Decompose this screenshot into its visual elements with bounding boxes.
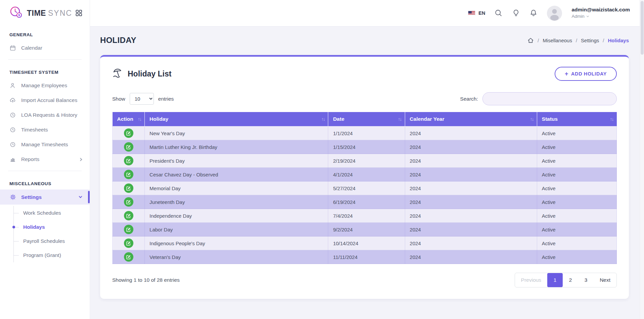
show-label: Show (112, 96, 125, 102)
vertical-scrollbar[interactable] (640, 0, 644, 319)
status-cell: Active (537, 223, 616, 236)
date-cell: 7/4/2024 (328, 209, 405, 223)
status-cell: Active (537, 209, 616, 223)
table-row: Juneteenth Day 6/19/2024 2024 Active (113, 195, 617, 209)
timesync-clock-logo-icon: $ (9, 5, 24, 21)
holiday-cell: Martin Luther King Jr. Birthday (145, 140, 328, 154)
language-selector[interactable]: EN (468, 10, 485, 16)
status-cell: Active (537, 195, 616, 209)
edit-holiday-button[interactable] (124, 128, 133, 138)
brand-name: TIME SYNC (27, 9, 72, 18)
edit-holiday-button[interactable] (124, 183, 133, 193)
date-cell: 4/1/2024 (328, 168, 405, 181)
status-cell: Active (537, 154, 616, 168)
sort-arrows-icon[interactable]: ↑↓ (138, 116, 141, 122)
calendar-year-cell: 2024 (405, 223, 537, 236)
edit-pencil-square-icon (126, 227, 131, 232)
edit-holiday-button[interactable] (124, 238, 133, 248)
user-menu[interactable]: admin@waizistack.com Admin (571, 6, 630, 19)
add-holiday-button[interactable]: + ADD HOLIDAY (555, 67, 617, 81)
holiday-list-card: Holiday List + ADD HOLIDAY Show 10 entri… (100, 55, 629, 299)
edit-pencil-square-icon (126, 200, 131, 205)
edit-holiday-button[interactable] (124, 156, 133, 165)
pagination-page-1[interactable]: 1 (547, 273, 563, 287)
home-icon[interactable] (527, 37, 534, 44)
holiday-cell: Juneteenth Day (145, 195, 328, 209)
status-cell: Active (537, 168, 616, 181)
date-cell: 5/27/2024 (328, 181, 405, 195)
calendar-icon (9, 45, 16, 51)
user-icon (9, 83, 16, 89)
holiday-cell: Indigenous People's Day (145, 236, 328, 250)
sidebar-item-calendar[interactable]: Calendar (0, 41, 90, 55)
edit-holiday-button[interactable] (124, 252, 133, 262)
edit-pencil-square-icon (126, 241, 131, 246)
scrollbar-thumb[interactable] (641, 1, 644, 55)
brand-logo[interactable]: $ TIME SYNC (0, 0, 90, 26)
action-cell (113, 168, 145, 181)
sidebar-item-reports[interactable]: Reports (0, 152, 90, 167)
avatar[interactable] (547, 6, 562, 21)
date-cell: 2/19/2024 (328, 154, 405, 168)
sidebar-toggle-grid-icon[interactable] (76, 10, 82, 16)
sidebar-item-manage-employees[interactable]: Manage Employees (0, 78, 90, 93)
column-header-status[interactable]: Status↑↓ (537, 112, 616, 126)
date-cell: 9/2/2024 (328, 223, 405, 236)
pagination: Previous 1 2 3 Next (515, 273, 617, 287)
table-row: Martin Luther King Jr. Birthday 1/15/202… (113, 140, 617, 154)
bar-chart-icon (9, 156, 16, 162)
column-header-calendar-year[interactable]: Calendar Year↑↓ (405, 112, 537, 126)
column-header-holiday[interactable]: Holiday↑↓ (145, 112, 328, 126)
action-cell (113, 126, 145, 140)
action-cell (113, 195, 145, 209)
edit-holiday-button[interactable] (124, 197, 133, 207)
search-icon[interactable] (495, 9, 503, 17)
table-row: Labor Day 9/2/2024 2024 Active (113, 223, 617, 236)
pagination-next[interactable]: Next (594, 273, 616, 287)
action-cell (113, 223, 145, 236)
status-cell: Active (537, 236, 616, 250)
sidebar-item-loa-requests[interactable]: LOA Requests & History (0, 108, 90, 122)
breadcrumb-settings[interactable]: Settings (581, 38, 599, 43)
column-header-action[interactable]: Action↑↓ (113, 112, 145, 126)
calendar-year-cell: 2024 (405, 195, 537, 209)
holiday-cell: Independence Day (145, 209, 328, 223)
sidebar-item-work-schedules[interactable]: Work Schedules (14, 206, 90, 220)
edit-holiday-button[interactable] (124, 170, 133, 179)
user-role: Admin (571, 13, 584, 19)
sidebar-item-settings[interactable]: Settings (0, 190, 90, 205)
calendar-year-cell: 2024 (405, 250, 537, 264)
holiday-cell: Veteran's Day (145, 250, 328, 264)
sort-arrows-icon[interactable]: ↑↓ (530, 116, 533, 122)
chevron-down-icon (587, 15, 589, 17)
column-header-date[interactable]: Date↑↓ (328, 112, 405, 126)
clock-icon (9, 112, 16, 118)
card-title-row: Holiday List (112, 67, 171, 80)
edit-holiday-button[interactable] (124, 225, 133, 234)
bell-icon[interactable] (529, 9, 538, 17)
lightbulb-icon[interactable] (512, 9, 520, 17)
sidebar-item-import-accrual-balances[interactable]: Import Accrual Balances (0, 93, 90, 108)
sidebar-item-payroll-schedules[interactable]: Payroll Schedules (14, 234, 90, 248)
search-input[interactable] (482, 92, 617, 105)
edit-holiday-button[interactable] (124, 142, 133, 152)
pagination-previous[interactable]: Previous (515, 273, 547, 287)
table-row: Independence Day 7/4/2024 2024 Active (113, 209, 617, 223)
sidebar-item-manage-timesheets[interactable]: Manage Timesheets (0, 137, 90, 152)
sort-arrows-icon[interactable]: ↑↓ (398, 116, 401, 122)
entries-summary: Showing 1 to 10 of 28 entries (112, 277, 180, 283)
edit-holiday-button[interactable] (124, 211, 133, 220)
clock-icon (9, 127, 16, 133)
breadcrumb: / Misellaneous / Settings / Holidays (527, 37, 629, 44)
date-cell: 11/11/2024 (328, 250, 405, 264)
pagination-page-3[interactable]: 3 (578, 273, 594, 287)
breadcrumb-miscellaneous[interactable]: Misellaneous (543, 38, 572, 43)
holiday-cell: Cesar Chavez Day - Observed (145, 168, 328, 181)
sort-arrows-icon[interactable]: ↑↓ (610, 116, 613, 122)
sort-arrows-icon[interactable]: ↑↓ (321, 116, 325, 122)
sidebar-item-program-grant[interactable]: Program (Grant) (14, 248, 90, 262)
sidebar-item-timesheets[interactable]: Timesheets (0, 122, 90, 137)
page-size-select[interactable]: 10 (130, 93, 154, 105)
sidebar-item-holidays[interactable]: Holidays (14, 220, 90, 234)
pagination-page-2[interactable]: 2 (563, 273, 578, 287)
